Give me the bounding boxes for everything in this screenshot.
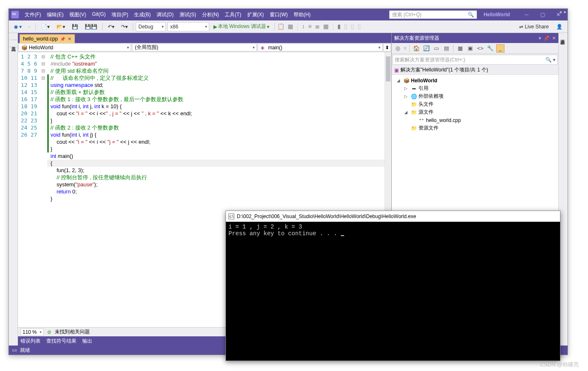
split-icon[interactable]: ⬍ xyxy=(383,43,391,51)
tb-icon[interactable]: ▯ xyxy=(351,23,354,30)
console-icon: c:\ xyxy=(228,213,234,219)
file-tab[interactable]: hello_world.cpp 📌 ✕ xyxy=(20,34,75,43)
tree-node[interactable]: ◢📦HelloWorld xyxy=(392,76,558,84)
search-placeholder: 搜索 (Ctrl+Q) xyxy=(392,11,421,18)
tb-icon[interactable]: ▦ xyxy=(323,23,329,30)
tree-node[interactable]: 📁资源文件 xyxy=(392,124,558,132)
bottom-tab[interactable]: 输出 xyxy=(82,338,92,345)
fold-gutter: ⊟⊟⊟⊟ xyxy=(41,52,47,327)
tb-icon[interactable]: ≡ xyxy=(308,23,312,30)
tb-icon[interactable]: ▯ xyxy=(357,23,361,30)
tb-icon[interactable]: ▦ xyxy=(288,23,293,30)
et-btn-icon[interactable]: ▦ xyxy=(456,44,464,53)
tree-node[interactable]: ⁺⁺hello_world.cpp xyxy=(392,116,558,124)
menu-item[interactable]: 工具(T) xyxy=(222,10,243,20)
title-bar: 文件(F)编辑(E)视图(V)Git(G)项目(P)生成(B)调试(D)测试(S… xyxy=(9,9,568,20)
nav-func-dropdown[interactable]: ◈main() xyxy=(258,43,383,51)
menu-item[interactable]: 测试(S) xyxy=(177,10,199,20)
menu-item[interactable]: Git(G) xyxy=(89,10,108,20)
et-wrench-icon[interactable]: 🔧 xyxy=(486,44,494,53)
nav-scope2-dropdown[interactable]: (全局范围) xyxy=(132,43,257,51)
tb-icon[interactable]: ▯ xyxy=(344,23,347,30)
tb-icon[interactable]: ≣ xyxy=(315,23,320,30)
status-icon: ▭ xyxy=(12,347,17,353)
et-btn-icon[interactable]: ▣ xyxy=(466,44,474,53)
ok-icon: ⊘ xyxy=(47,329,51,335)
console-title-bar[interactable]: c:\ D:\002_Project\006_Visual_Studio\Hel… xyxy=(226,211,560,222)
bottom-tab[interactable]: 错误列表 xyxy=(20,338,41,345)
maximize-button[interactable]: ▢ xyxy=(536,10,549,19)
vs-logo-icon xyxy=(11,11,19,18)
menu-item[interactable]: 视图(V) xyxy=(67,10,89,20)
menu-item[interactable]: 调试(D) xyxy=(154,10,176,20)
tb-icon[interactable]: ▮ xyxy=(337,23,341,30)
toolbar-icons: 📋 ▦ ↕ ≡ ≣ ▦ ▮ ▯ ▯ ▯ xyxy=(277,23,361,30)
redo-button[interactable]: ↷▾ xyxy=(119,23,130,30)
config-dropdown[interactable]: Debug xyxy=(136,22,166,31)
et-active-icon[interactable]: ⎯ xyxy=(496,44,504,53)
issues-label: 未找到相关问题 xyxy=(55,328,90,335)
console-window: c:\ D:\002_Project\006_Visual_Studio\Hel… xyxy=(226,211,560,361)
save-all-button[interactable]: 💾💾 xyxy=(82,23,100,30)
menu-item[interactable]: 生成(B) xyxy=(132,10,153,20)
nav-bar: 📦HelloWorld (全局范围) ◈main() ⬍ xyxy=(18,43,391,52)
explorer-search[interactable]: 搜索解决方案资源管理器(Ctrl+;) 🔍 ▾ xyxy=(393,55,558,65)
save-button[interactable]: 💾 xyxy=(69,23,81,30)
console-body[interactable]: i = 1 , j = 2 , k = 3 Press any key to c… xyxy=(226,222,560,361)
nav-back-button[interactable]: ◉ ▾ xyxy=(11,23,24,30)
explorer-toolbar: ◎ ▾ 🏠 🔄 ▭ ▤ ▦ ▣ <> 🔧 ⎯ xyxy=(392,43,558,54)
open-button[interactable]: 📂▾ xyxy=(54,23,68,30)
menu-item[interactable]: 分析(N) xyxy=(200,10,222,20)
tab-strip: hello_world.cpp 📌 ✕ ▾✦ xyxy=(18,33,391,43)
tb-icon[interactable]: ↕ xyxy=(302,23,305,30)
admin-icon[interactable]: 👤 xyxy=(554,24,565,30)
menu-item[interactable]: 扩展(X) xyxy=(245,10,266,20)
watermark: CSDN @韩曙亮 xyxy=(540,361,579,368)
et-code-icon[interactable]: <> xyxy=(476,44,484,53)
menu-bar: 文件(F)编辑(E)视图(V)Git(G)项目(P)生成(B)调试(D)测试(S… xyxy=(22,10,389,20)
nav-fwd-button[interactable]: ◦ xyxy=(26,23,33,30)
close-tab-icon[interactable]: ✕ xyxy=(68,36,71,42)
minimize-button[interactable]: ─ xyxy=(520,10,533,19)
menu-item[interactable]: 帮助(H) xyxy=(291,10,313,20)
zoom-dropdown[interactable]: 110 % xyxy=(20,328,44,336)
solution-row[interactable]: ▣解决方案"HelloWorld"(1 个项目/共 1 个) xyxy=(392,66,558,75)
menu-item[interactable]: 文件(F) xyxy=(22,10,43,20)
et-back-icon[interactable]: ◎ xyxy=(393,44,402,53)
file-tab-label: hello_world.cpp xyxy=(23,36,58,42)
explorer-title-bar: 解决方案资源管理器 ▾📌✕ xyxy=(392,33,558,43)
menu-item[interactable]: 编辑(E) xyxy=(44,10,66,20)
tree-node[interactable]: ▷🌐外部依赖项 xyxy=(392,92,558,100)
left-side-tabs: 服务器资源管理器工具箱 xyxy=(9,33,18,346)
window-buttons: ─ ▢ ✕ xyxy=(520,10,565,19)
start-debug-button[interactable]: ▶ 本地 Windows 调试器 ▾ xyxy=(211,22,272,31)
bottom-tab[interactable]: 查找符号结果 xyxy=(46,338,76,345)
undo-button[interactable]: ↶▾ xyxy=(105,23,117,30)
side-tab[interactable]: 服务器资源管理器 xyxy=(9,33,18,40)
et-home-icon[interactable]: 🏠 xyxy=(412,44,421,53)
diagnostics-tab[interactable]: 诊断工具 xyxy=(559,33,567,40)
menu-item[interactable]: 窗口(W) xyxy=(267,10,290,20)
line-gutter: 1 2 3 4 5 6 7 8 9 10 11 12 13 14 15 16 1… xyxy=(18,52,41,327)
console-title-label: D:\002_Project\006_Visual_Studio\HelloWo… xyxy=(237,213,416,219)
main-toolbar: ◉ ▾ ◦ 📄▾ 📂▾ 💾 💾💾 ↶▾ ↷▾ Debug x86 ▶ 本地 Wi… xyxy=(9,20,568,33)
tree-node[interactable]: ▷▪▪引用 xyxy=(392,84,558,92)
et-btn-icon[interactable]: ▤ xyxy=(442,44,451,53)
search-box[interactable]: 搜索 (Ctrl+Q) 🔍 xyxy=(389,10,477,19)
nav-scope-dropdown[interactable]: 📦HelloWorld xyxy=(18,43,131,51)
tree-node[interactable]: ◢📁源文件 xyxy=(392,108,558,116)
explorer-title-label: 解决方案资源管理器 xyxy=(394,35,439,42)
project-name: HelloWorld xyxy=(484,12,510,18)
side-tab[interactable]: 工具箱 xyxy=(9,40,18,47)
tree-node[interactable]: 📁头文件 xyxy=(392,100,558,108)
et-sync-icon[interactable]: 🔄 xyxy=(422,44,431,53)
tab-controls: ▾✦ xyxy=(560,10,567,15)
live-share-button[interactable]: ⇌ Live Share xyxy=(516,23,552,30)
pin-icon[interactable]: 📌 xyxy=(60,37,65,41)
menu-item[interactable]: 项目(P) xyxy=(109,10,131,20)
new-button[interactable]: 📄▾ xyxy=(38,23,52,30)
status-label: 就绪 xyxy=(20,347,30,354)
tb-icon[interactable]: 📋 xyxy=(277,23,284,30)
et-btn-icon[interactable]: ▭ xyxy=(432,44,441,53)
platform-dropdown[interactable]: x86 xyxy=(167,22,209,31)
